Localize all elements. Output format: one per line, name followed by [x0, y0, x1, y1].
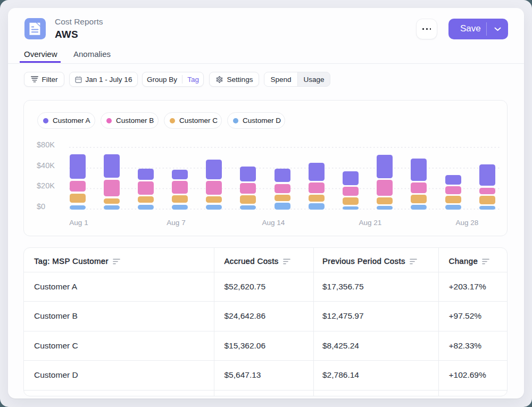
- svg-text:Aug 7: Aug 7: [167, 219, 185, 227]
- svg-text:Aug 28: Aug 28: [456, 219, 479, 227]
- svg-text:$20K: $20K: [37, 181, 55, 190]
- svg-text:Aug 21: Aug 21: [359, 219, 382, 227]
- svg-text:Aug 1: Aug 1: [69, 219, 88, 227]
- svg-text:Aug 14: Aug 14: [262, 219, 285, 227]
- svg-text:$80K: $80K: [37, 140, 55, 149]
- svg-text:$40K: $40K: [37, 161, 55, 170]
- svg-text:$0: $0: [37, 202, 45, 211]
